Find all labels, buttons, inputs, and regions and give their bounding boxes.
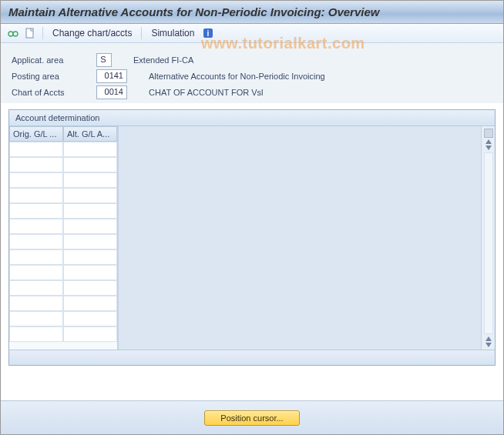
account-determination-panel: Account determination Orig. G/L ... Alt.…	[8, 109, 496, 366]
posting-area-desc: Alternative Accounts for Non-Periodic In…	[149, 72, 325, 81]
window-title: Maintain Alternative Accounts for Non-Pe…	[1, 1, 503, 24]
scroll-up-icon[interactable]	[486, 139, 492, 144]
table-row	[9, 142, 117, 157]
table-row	[9, 265, 117, 280]
applic-area-field[interactable]: S	[96, 53, 112, 67]
svg-text:i: i	[207, 29, 210, 38]
table-row	[9, 188, 117, 203]
toolbar-separator	[141, 27, 142, 39]
position-cursor-button[interactable]: Position cursor...	[204, 410, 299, 426]
scroll-down2-icon[interactable]	[486, 343, 492, 347]
change-chart-link[interactable]: Change chart/accts	[49, 27, 135, 39]
col-header-orig-gl[interactable]: Orig. G/L ...	[9, 126, 63, 142]
table-row	[9, 172, 117, 188]
panel-footer-strip	[9, 350, 495, 365]
simulation-link[interactable]: Simulation	[148, 27, 197, 39]
chart-accts-desc: CHAT OF ACCOUNT FOR Vsl	[149, 88, 264, 97]
toolbar-separator	[42, 27, 43, 39]
table-row	[9, 249, 117, 265]
table-row	[9, 311, 117, 326]
new-page-icon[interactable]	[24, 27, 36, 39]
bottom-bar: Position cursor...	[1, 400, 503, 434]
vertical-scrollbar[interactable]	[481, 126, 495, 350]
table-row	[9, 234, 117, 249]
table-row	[9, 280, 117, 296]
scroll-track[interactable]	[484, 152, 493, 334]
svg-point-1	[13, 32, 18, 36]
chart-accts-field[interactable]: 0014	[96, 85, 127, 99]
applic-area-desc: Extended FI-CA	[133, 55, 193, 65]
col-header-alt-gl[interactable]: Alt. G/L A...	[63, 126, 117, 142]
info-icon[interactable]: i	[202, 27, 214, 39]
account-grid[interactable]: Orig. G/L ... Alt. G/L A...	[9, 126, 118, 350]
panel-title: Account determination	[9, 110, 495, 126]
svg-rect-2	[26, 28, 33, 38]
scroll-thumb-top[interactable]	[484, 129, 493, 138]
svg-point-0	[8, 32, 13, 36]
table-row	[9, 157, 117, 172]
scroll-down-icon[interactable]	[486, 146, 492, 150]
posting-area-field[interactable]: 0141	[96, 69, 127, 83]
glasses-icon[interactable]	[7, 27, 19, 39]
posting-area-label: Posting area	[12, 72, 96, 81]
scroll-up2-icon[interactable]	[486, 336, 492, 341]
table-row	[9, 326, 117, 342]
table-row	[9, 219, 117, 234]
header-form: Applicat. area S Extended FI-CA Posting …	[1, 43, 503, 103]
applic-area-label: Applicat. area	[12, 55, 96, 65]
table-row	[9, 296, 117, 311]
toolbar: Change chart/accts Simulation i	[1, 24, 503, 43]
grid-body[interactable]	[9, 142, 117, 342]
table-row	[9, 203, 117, 219]
grid-empty-area	[118, 126, 481, 350]
chart-accts-label: Chart of Accts	[12, 88, 96, 97]
